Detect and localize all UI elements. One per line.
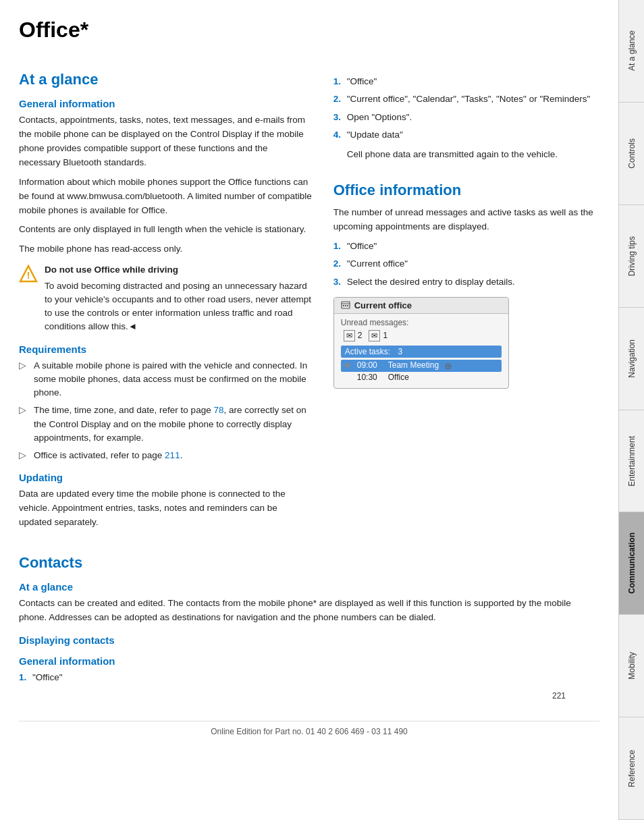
active-tasks-label: Active tasks:	[345, 347, 390, 356]
contacts-steps: 1. "Office"	[19, 671, 599, 684]
two-column-layout: At a glance General information Contacts…	[19, 56, 599, 535]
sidebar-tabs: At a glance Controls Driving tips Naviga…	[618, 0, 644, 820]
sidebar-tab-communication[interactable]: Communication	[619, 512, 644, 615]
contacts-section: Contacts At a glance Contacts can be cre…	[19, 554, 599, 684]
appt-row-2: 10:30 Office	[341, 372, 502, 383]
page-number: 221	[19, 691, 566, 701]
step-num-2: 2.	[333, 92, 343, 106]
req-text-1: A suitable mobile phone is paired with t…	[34, 359, 312, 400]
svg-rect-6	[347, 305, 348, 306]
msg-count-1: 2	[358, 331, 363, 340]
sidebar-tab-at-a-glance[interactable]: At a glance	[619, 0, 644, 103]
displaying-contacts-heading: Displaying contacts	[19, 634, 599, 646]
svg-rect-4	[343, 305, 344, 306]
right-column: 1. "Office" 2. "Current office", "Calend…	[333, 56, 599, 535]
step-text-4: "Update data"	[347, 128, 403, 142]
office-step-text-3: Select the desired entry to display deta…	[347, 275, 515, 289]
page-footer: Online Edition for Part no. 01 40 2 606 …	[19, 721, 599, 736]
left-column: At a glance General information Contacts…	[19, 56, 312, 535]
sidebar-tab-navigation[interactable]: Navigation	[619, 308, 644, 410]
msg-count-2: 1	[383, 331, 387, 340]
general-info-para2: Information about which mobile phones su…	[19, 175, 312, 218]
contacts-step-text-1: "Office"	[32, 671, 63, 684]
appt-row-1: ◀ 09:00 Team Meeting ⊕	[341, 360, 502, 372]
req-text-2: The time, time zone, and date, refer to …	[34, 404, 312, 445]
appt-title-1: Team Meeting	[388, 360, 439, 371]
office-step-num-3: 3.	[333, 275, 343, 289]
req-link-211[interactable]: 211	[165, 450, 180, 460]
step-text-3: Open "Options".	[347, 111, 412, 124]
office-step-3: 3. Select the desired entry to display d…	[333, 275, 599, 289]
current-office-icon	[341, 300, 350, 310]
requirements-list: ▷ A suitable mobile phone is paired with…	[19, 359, 312, 463]
at-a-glance-heading: At a glance	[19, 71, 312, 88]
update-step-3: 3. Open "Options".	[333, 111, 599, 124]
office-step-1: 1. "Office"	[333, 240, 599, 253]
msg-icon-2: ✉	[369, 330, 380, 341]
screenshot-titlebar: Current office	[334, 298, 508, 314]
active-tasks-row: Active tasks: 3	[341, 346, 502, 358]
warning-block: ! Do not use Office while driving To avo…	[19, 263, 312, 333]
step-num-1: 1.	[333, 75, 343, 88]
office-step-num-2: 2.	[333, 257, 343, 271]
office-info-description: The number of unread messages and active…	[333, 206, 599, 234]
page-title: Office*	[19, 18, 599, 43]
warning-icon: !	[19, 265, 38, 283]
active-tasks-count: 3	[398, 347, 402, 356]
req-link-78[interactable]: 78	[213, 405, 223, 415]
office-screenshot: Current office Unread messages: ✉ 2 ✉ 1	[333, 297, 509, 389]
office-step-2: 2. "Current office"	[333, 257, 599, 271]
unread-label-row: Unread messages:	[341, 318, 502, 327]
office-information-heading: Office information	[333, 182, 599, 199]
appt-time-2: 10:30	[357, 373, 383, 382]
sidebar-tab-entertainment[interactable]: Entertainment	[619, 410, 644, 513]
general-info-para1: Contacts, appointments, tasks, notes, te…	[19, 113, 312, 170]
warning-text: Do not use Office while driving To avoid…	[45, 263, 312, 333]
msg-icon-1: ✉	[344, 330, 355, 341]
step-text-1: "Office"	[347, 75, 377, 88]
update-step-2: 2. "Current office", "Calendar", "Tasks"…	[333, 92, 599, 106]
office-step-text-2: "Current office"	[347, 257, 408, 271]
update-step-1: 1. "Office"	[333, 75, 599, 88]
updating-text: Data are updated every time the mobile p…	[19, 487, 312, 530]
msg-icons: ✉ 2 ✉ 1	[344, 330, 387, 341]
req-text-3: Office is activated, refer to page 211.	[34, 449, 182, 462]
appt-title-2: Office	[388, 373, 409, 382]
req-item-2: ▷ The time, time zone, and date, refer t…	[19, 404, 312, 445]
step-text-2: "Current office", "Calendar", "Tasks", "…	[347, 92, 591, 106]
contacts-at-a-glance-heading: At a glance	[19, 581, 599, 593]
office-step-num-1: 1.	[333, 240, 343, 253]
general-information-heading: General information	[19, 98, 312, 109]
plus-button[interactable]: ⊕	[444, 360, 452, 371]
sidebar-tab-reference[interactable]: Reference	[619, 717, 644, 820]
contacts-at-a-glance-text: Contacts can be created and edited. The …	[19, 597, 599, 625]
step-num-4: 4.	[333, 128, 343, 142]
contacts-heading: Contacts	[19, 554, 599, 572]
step-num-3: 3.	[333, 111, 343, 124]
screenshot-body: Unread messages: ✉ 2 ✉ 1 Active tasks: 3	[334, 314, 508, 388]
general-info-para3: Contents are only displayed in full leng…	[19, 223, 312, 237]
contacts-step-num-1: 1.	[19, 671, 28, 684]
bullet-arrow-2: ▷	[19, 404, 28, 445]
sidebar-tab-mobility[interactable]: Mobility	[619, 615, 644, 717]
unread-label: Unread messages:	[341, 318, 409, 327]
office-step-text-1: "Office"	[347, 240, 377, 253]
req-item-3: ▷ Office is activated, refer to page 211…	[19, 449, 312, 462]
requirements-heading: Requirements	[19, 344, 312, 355]
office-info-steps: 1. "Office" 2. "Current office" 3. Selec…	[333, 240, 599, 289]
warning-body: To avoid becoming distracted and posing …	[45, 281, 311, 332]
warning-title: Do not use Office while driving	[45, 263, 312, 277]
update-steps-list: 1. "Office" 2. "Current office", "Calend…	[333, 75, 599, 161]
contacts-general-info-heading: General information	[19, 655, 599, 667]
sidebar-tab-driving-tips[interactable]: Driving tips	[619, 205, 644, 308]
screenshot-title: Current office	[354, 300, 412, 310]
back-button[interactable]: ◀	[344, 360, 349, 371]
svg-text:!: !	[27, 270, 30, 281]
general-info-para4: The mobile phone has read-access only.	[19, 242, 312, 256]
bullet-arrow-1: ▷	[19, 359, 28, 400]
req-item-1: ▷ A suitable mobile phone is paired with…	[19, 359, 312, 400]
step-sub-4: Cell phone data are transmitted again to…	[333, 148, 599, 161]
contacts-step-1: 1. "Office"	[19, 671, 599, 684]
main-content: Office* At a glance General information …	[0, 0, 618, 757]
sidebar-tab-controls[interactable]: Controls	[619, 103, 644, 205]
